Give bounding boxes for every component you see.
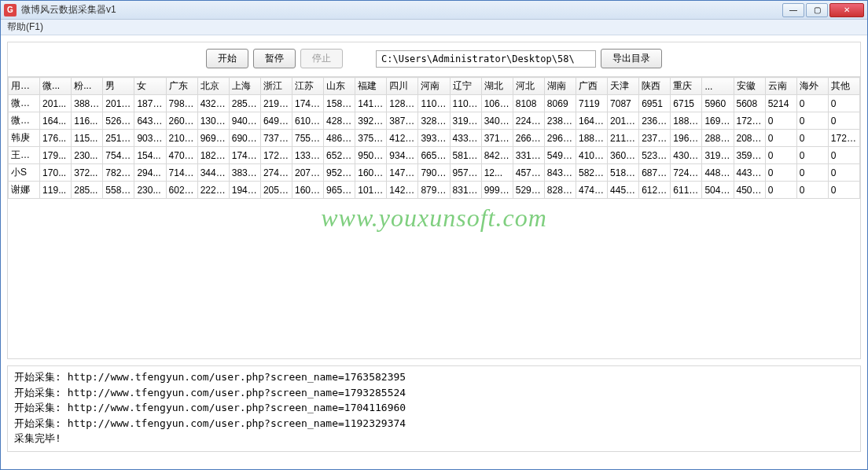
column-header[interactable]: 山东 — [324, 78, 355, 95]
content-area: 开始 暂停 停止 导出目录 用户名微...粉...男女广东北京上海浙江江苏山东福… — [1, 35, 867, 469]
table-cell: 7087 — [608, 95, 639, 112]
table-row[interactable]: 微博...201...38893020193318721479890432912… — [9, 95, 860, 112]
table-cell: 52388 — [639, 147, 671, 164]
table-cell: 0 — [765, 182, 796, 199]
table-cell: 51845 — [608, 164, 639, 182]
column-header[interactable]: 广东 — [166, 78, 197, 95]
column-header[interactable]: 河北 — [513, 78, 544, 95]
log-line: 开始采集: http://www.tfengyun.com/user.php?s… — [14, 385, 854, 401]
table-cell: 12849 — [387, 95, 418, 112]
menu-help[interactable]: 帮助(F1) — [7, 20, 43, 34]
table-cell: 0 — [796, 164, 828, 182]
table-cell: 43381 — [450, 130, 481, 147]
table-cell: 210270 — [166, 130, 197, 147]
table-cell: 52992 — [513, 182, 544, 199]
maximize-button[interactable]: ▢ — [806, 3, 828, 17]
column-header[interactable]: 上海 — [229, 78, 260, 95]
table-cell: 36002 — [608, 147, 639, 164]
column-header[interactable]: 海外 — [796, 78, 828, 95]
table-cell: 172446 — [260, 147, 292, 164]
log-panel[interactable]: 开始采集: http://www.tfengyun.com/user.php?s… — [7, 365, 861, 452]
table-cell: 176... — [40, 130, 72, 147]
table-cell: 0 — [796, 147, 828, 164]
column-header[interactable]: 用户名 — [9, 78, 40, 95]
table-cell: 谢娜 — [9, 182, 40, 199]
column-header[interactable]: 重庆 — [671, 78, 702, 95]
table-cell: 903852 — [134, 130, 166, 147]
table-cell: 526869 — [103, 112, 134, 130]
table-cell: 222651 — [197, 182, 229, 199]
table-cell: 39369 — [418, 130, 450, 147]
table-cell: 75550 — [292, 130, 323, 147]
table-row[interactable]: 小S170...372...782524294...71470734402638… — [9, 164, 860, 182]
column-header[interactable]: 福建 — [355, 78, 387, 95]
column-header[interactable]: 广西 — [576, 78, 607, 95]
table-cell: 205826 — [260, 182, 292, 199]
table-cell: 34085 — [481, 112, 513, 130]
start-button[interactable]: 开始 — [206, 49, 248, 68]
column-header[interactable]: ... — [702, 78, 734, 95]
column-header[interactable]: 江苏 — [292, 78, 323, 95]
pause-button[interactable]: 暂停 — [253, 49, 296, 68]
toolbar: 开始 暂停 停止 导出目录 — [7, 42, 861, 76]
table-cell: 179... — [40, 147, 72, 164]
table-cell: 38734 — [387, 112, 418, 130]
table-cell: 84381 — [544, 164, 576, 182]
table-cell: 5960 — [702, 95, 734, 112]
table-cell: 274801 — [260, 164, 292, 182]
table-cell: 8108 — [513, 95, 544, 112]
table-cell: 41050 — [576, 147, 607, 164]
column-header[interactable]: 天津 — [608, 78, 639, 95]
close-button[interactable]: ✕ — [829, 3, 864, 17]
table-row[interactable]: 微博...164...116...52686964356726099513038… — [9, 112, 860, 130]
table-cell: 20136 — [608, 112, 639, 130]
column-header[interactable]: 男 — [103, 78, 134, 95]
column-header[interactable]: 云南 — [765, 78, 796, 95]
column-header[interactable]: 陕西 — [639, 78, 671, 95]
column-header[interactable]: 河南 — [418, 78, 450, 95]
table-cell: 31914 — [702, 147, 734, 164]
column-header[interactable]: 其他 — [828, 78, 859, 95]
column-header[interactable]: 北京 — [197, 78, 229, 95]
minimize-button[interactable]: — — [782, 3, 804, 17]
column-header[interactable]: 浙江 — [260, 78, 292, 95]
table-cell: 93444 — [387, 147, 418, 164]
table-cell: 0 — [828, 182, 859, 199]
column-header[interactable]: 安徽 — [734, 78, 765, 95]
table-cell: 68781 — [639, 164, 671, 182]
table-cell: 372... — [72, 164, 103, 182]
column-header[interactable]: 粉... — [72, 78, 103, 95]
table-cell: 28855 — [702, 130, 734, 147]
table-cell: 96962 — [197, 130, 229, 147]
table-cell: 23818 — [544, 112, 576, 130]
column-header[interactable]: 湖北 — [481, 78, 513, 95]
export-button[interactable]: 导出目录 — [601, 49, 662, 68]
log-line: 开始采集: http://www.tfengyun.com/user.php?s… — [14, 416, 854, 431]
table-cell: 251091 — [103, 130, 134, 147]
table-cell: 44860 — [702, 164, 734, 182]
watermark: www.youxunsoft.com — [321, 204, 547, 233]
column-header[interactable]: 湖南 — [544, 78, 576, 95]
table-cell: 160966 — [355, 164, 387, 182]
table-row[interactable]: 王力宏179...230...754955154...4701781827051… — [9, 147, 860, 164]
table-cell: 17276 — [734, 112, 765, 130]
column-header[interactable]: 女 — [134, 78, 166, 95]
column-header[interactable]: 微... — [40, 78, 72, 95]
data-table: 用户名微...粉...男女广东北京上海浙江江苏山东福建四川河南辽宁湖北河北湖南广… — [8, 77, 860, 199]
table-cell: 83124 — [450, 182, 481, 199]
table-cell: 69044 — [229, 130, 260, 147]
path-input[interactable] — [376, 50, 596, 68]
table-cell: 194999 — [229, 182, 260, 199]
table-cell: 201... — [40, 95, 72, 112]
column-header[interactable]: 四川 — [387, 78, 418, 95]
table-cell: 714707 — [166, 164, 197, 182]
table-cell: 142197 — [387, 182, 418, 199]
table-row[interactable]: 韩庚176...115...25109190385221027096962690… — [9, 130, 860, 147]
table-cell: 29680 — [544, 130, 576, 147]
column-header[interactable]: 辽宁 — [450, 78, 481, 95]
table-cell: 782524 — [103, 164, 134, 182]
table-cell: 58135 — [450, 147, 481, 164]
table-row[interactable]: 谢娜119...285...558652230...60285322265119… — [9, 182, 860, 199]
table-cell: 17299 — [828, 130, 859, 147]
table-cell: 0 — [796, 182, 828, 199]
